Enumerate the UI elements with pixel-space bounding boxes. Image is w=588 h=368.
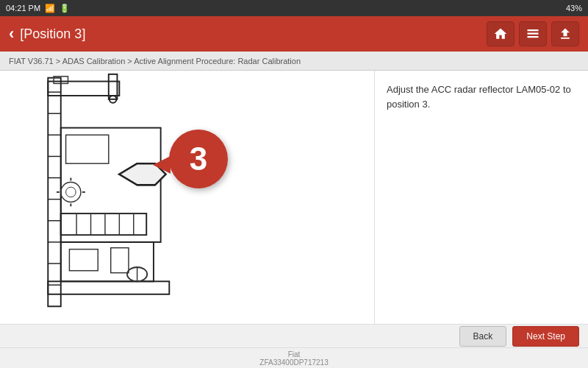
- svg-rect-2: [528, 36, 539, 38]
- header-left: ‹ [Position 3]: [9, 24, 85, 43]
- home-button[interactable]: [487, 21, 514, 46]
- technical-diagram: [0, 71, 353, 314]
- info-panel: Adjust the ACC radar reflector LAM05-02 …: [375, 71, 588, 324]
- position-badge: 3: [169, 130, 228, 188]
- svg-rect-3: [5, 71, 348, 314]
- menu-button[interactable]: [519, 21, 547, 46]
- menu-icon: [526, 27, 540, 40]
- header-bar: ‹ [Position 3]: [0, 16, 588, 52]
- position-number: 3: [190, 141, 207, 177]
- breadcrumb: FIAT V36.71 > ADAS Calibration > Active …: [0, 52, 588, 71]
- status-bar: 04:21 PM 📶 🔋 43%: [0, 0, 588, 16]
- status-left: 04:21 PM 📶 🔋: [6, 4, 70, 13]
- wifi-icon: 📶: [45, 4, 55, 13]
- breadcrumb-text: FIAT V36.71 > ADAS Calibration > Active …: [9, 57, 301, 66]
- status-right: 43%: [566, 4, 582, 13]
- svg-rect-1: [528, 33, 539, 35]
- footer-vin: ZFA33400DP717213: [259, 358, 328, 367]
- battery-level: 43%: [566, 4, 582, 13]
- signal-icon: 🔋: [60, 4, 70, 13]
- header-right: [487, 21, 579, 46]
- back-nav-button[interactable]: Back: [459, 326, 507, 347]
- footer: Fiat ZFA33400DP717213: [0, 347, 588, 368]
- bottom-nav-bar: Back Next Step: [0, 324, 588, 347]
- back-button[interactable]: ‹: [9, 24, 14, 43]
- home-icon: [493, 26, 508, 41]
- export-icon: [558, 26, 573, 41]
- footer-brand: Fiat: [288, 350, 301, 358]
- page-title: [Position 3]: [20, 26, 85, 42]
- main-content: 3 Adjust the ACC radar reflector LAM05-0…: [0, 71, 588, 324]
- next-step-button[interactable]: Next Step: [512, 326, 579, 347]
- time-display: 04:21 PM: [6, 4, 40, 13]
- export-button[interactable]: [551, 21, 579, 46]
- svg-rect-0: [528, 29, 539, 31]
- diagram-area: 3: [0, 71, 375, 324]
- info-text: Adjust the ACC radar reflector LAM05-02 …: [387, 82, 576, 111]
